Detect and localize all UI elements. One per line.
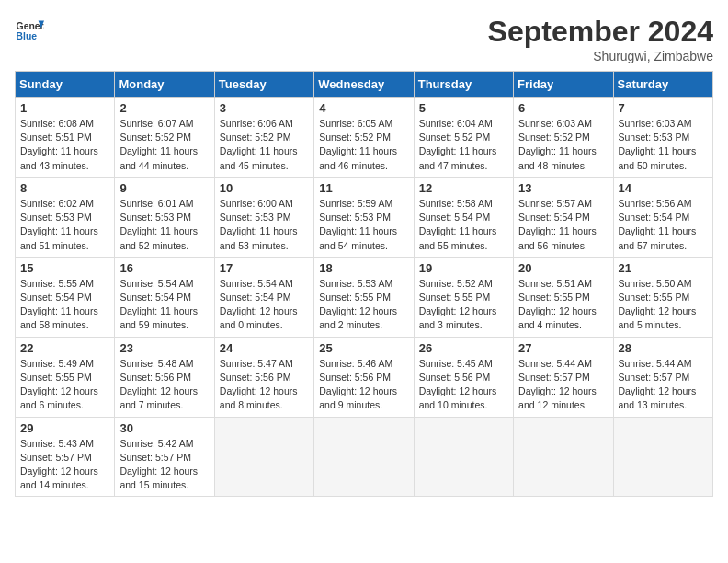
calendar-cell: 20Sunrise: 5:51 AMSunset: 5:55 PMDayligh… (514, 257, 613, 337)
calendar-cell (314, 417, 414, 497)
calendar-cell: 24Sunrise: 5:47 AMSunset: 5:56 PMDayligh… (214, 337, 313, 417)
month-title: September 2024 (488, 15, 713, 49)
day-number: 13 (518, 181, 608, 195)
calendar-week-2: 8Sunrise: 6:02 AMSunset: 5:53 PMDaylight… (16, 177, 713, 257)
column-header-wednesday: Wednesday (314, 72, 414, 98)
calendar-cell: 17Sunrise: 5:54 AMSunset: 5:54 PMDayligh… (214, 257, 313, 337)
day-number: 29 (20, 421, 109, 435)
day-info: Sunrise: 6:00 AMSunset: 5:53 PMDaylight:… (220, 197, 309, 253)
day-number: 20 (518, 261, 608, 275)
column-header-thursday: Thursday (414, 72, 513, 98)
day-number: 15 (20, 261, 109, 275)
day-info: Sunrise: 5:48 AMSunset: 5:56 PMDaylight:… (119, 357, 209, 413)
calendar-table: SundayMondayTuesdayWednesdayThursdayFrid… (15, 71, 713, 497)
column-header-friday: Friday (514, 72, 613, 98)
calendar-cell: 8Sunrise: 6:02 AMSunset: 5:53 PMDaylight… (16, 177, 115, 257)
logo: General Blue (15, 15, 44, 44)
day-info: Sunrise: 5:56 AMSunset: 5:54 PMDaylight:… (619, 197, 708, 253)
day-number: 17 (220, 261, 309, 275)
svg-text:Blue: Blue (17, 31, 38, 41)
day-info: Sunrise: 6:03 AMSunset: 5:52 PMDaylight:… (518, 117, 608, 173)
day-info: Sunrise: 5:47 AMSunset: 5:56 PMDaylight:… (220, 357, 309, 413)
day-number: 9 (119, 181, 209, 195)
day-number: 1 (20, 101, 109, 115)
day-number: 21 (619, 261, 708, 275)
day-number: 16 (119, 261, 209, 275)
calendar-cell: 27Sunrise: 5:44 AMSunset: 5:57 PMDayligh… (514, 337, 613, 417)
day-info: Sunrise: 6:07 AMSunset: 5:52 PMDaylight:… (119, 117, 209, 173)
calendar-cell: 26Sunrise: 5:45 AMSunset: 5:56 PMDayligh… (414, 337, 513, 417)
calendar-cell: 28Sunrise: 5:44 AMSunset: 5:57 PMDayligh… (613, 337, 712, 417)
column-header-saturday: Saturday (613, 72, 712, 98)
column-header-sunday: Sunday (16, 72, 115, 98)
calendar-week-3: 15Sunrise: 5:55 AMSunset: 5:54 PMDayligh… (16, 257, 713, 337)
calendar-cell: 6Sunrise: 6:03 AMSunset: 5:52 PMDaylight… (514, 98, 613, 178)
calendar-cell (514, 417, 613, 497)
calendar-cell: 21Sunrise: 5:50 AMSunset: 5:55 PMDayligh… (613, 257, 712, 337)
day-info: Sunrise: 5:52 AMSunset: 5:55 PMDaylight:… (419, 277, 508, 333)
day-number: 11 (319, 181, 408, 195)
calendar-cell: 2Sunrise: 6:07 AMSunset: 5:52 PMDaylight… (115, 98, 214, 178)
day-number: 22 (20, 341, 109, 355)
day-info: Sunrise: 5:58 AMSunset: 5:54 PMDaylight:… (419, 197, 508, 253)
day-number: 2 (119, 101, 209, 115)
day-info: Sunrise: 5:46 AMSunset: 5:56 PMDaylight:… (319, 357, 408, 413)
calendar-week-4: 22Sunrise: 5:49 AMSunset: 5:55 PMDayligh… (16, 337, 713, 417)
day-number: 18 (319, 261, 408, 275)
day-info: Sunrise: 5:44 AMSunset: 5:57 PMDaylight:… (619, 357, 708, 413)
day-number: 27 (518, 341, 608, 355)
calendar-header-row: SundayMondayTuesdayWednesdayThursdayFrid… (16, 72, 713, 98)
calendar-cell (613, 417, 712, 497)
day-number: 23 (119, 341, 209, 355)
calendar-cell: 30Sunrise: 5:42 AMSunset: 5:57 PMDayligh… (115, 417, 214, 497)
page-header: General Blue September 2024 Shurugwi, Zi… (15, 15, 713, 63)
day-number: 14 (619, 181, 708, 195)
calendar-body: 1Sunrise: 6:08 AMSunset: 5:51 PMDaylight… (16, 98, 713, 497)
calendar-cell: 12Sunrise: 5:58 AMSunset: 5:54 PMDayligh… (414, 177, 513, 257)
day-number: 5 (419, 101, 508, 115)
calendar-cell: 19Sunrise: 5:52 AMSunset: 5:55 PMDayligh… (414, 257, 513, 337)
day-info: Sunrise: 5:49 AMSunset: 5:55 PMDaylight:… (20, 357, 109, 413)
calendar-cell: 22Sunrise: 5:49 AMSunset: 5:55 PMDayligh… (16, 337, 115, 417)
calendar-cell: 9Sunrise: 6:01 AMSunset: 5:53 PMDaylight… (115, 177, 214, 257)
calendar-cell (414, 417, 513, 497)
location-subtitle: Shurugwi, Zimbabwe (488, 49, 713, 63)
day-number: 3 (220, 101, 309, 115)
day-info: Sunrise: 5:42 AMSunset: 5:57 PMDaylight:… (119, 437, 209, 493)
day-number: 25 (319, 341, 408, 355)
day-info: Sunrise: 6:02 AMSunset: 5:53 PMDaylight:… (20, 197, 109, 253)
day-number: 6 (518, 101, 608, 115)
calendar-cell: 15Sunrise: 5:55 AMSunset: 5:54 PMDayligh… (16, 257, 115, 337)
day-info: Sunrise: 6:05 AMSunset: 5:52 PMDaylight:… (319, 117, 408, 173)
day-info: Sunrise: 5:57 AMSunset: 5:54 PMDaylight:… (518, 197, 608, 253)
logo-icon: General Blue (15, 15, 44, 44)
day-number: 7 (619, 101, 708, 115)
calendar-week-5: 29Sunrise: 5:43 AMSunset: 5:57 PMDayligh… (16, 417, 713, 497)
calendar-cell: 7Sunrise: 6:03 AMSunset: 5:53 PMDaylight… (613, 98, 712, 178)
calendar-cell: 18Sunrise: 5:53 AMSunset: 5:55 PMDayligh… (314, 257, 414, 337)
day-info: Sunrise: 6:01 AMSunset: 5:53 PMDaylight:… (119, 197, 209, 253)
day-info: Sunrise: 5:50 AMSunset: 5:55 PMDaylight:… (619, 277, 708, 333)
calendar-cell: 14Sunrise: 5:56 AMSunset: 5:54 PMDayligh… (613, 177, 712, 257)
day-number: 24 (220, 341, 309, 355)
day-info: Sunrise: 5:55 AMSunset: 5:54 PMDaylight:… (20, 277, 109, 333)
day-info: Sunrise: 5:44 AMSunset: 5:57 PMDaylight:… (518, 357, 608, 413)
day-info: Sunrise: 5:51 AMSunset: 5:55 PMDaylight:… (518, 277, 608, 333)
day-info: Sunrise: 6:06 AMSunset: 5:52 PMDaylight:… (220, 117, 309, 173)
day-info: Sunrise: 6:03 AMSunset: 5:53 PMDaylight:… (619, 117, 708, 173)
day-number: 19 (419, 261, 508, 275)
calendar-week-1: 1Sunrise: 6:08 AMSunset: 5:51 PMDaylight… (16, 98, 713, 178)
day-info: Sunrise: 5:54 AMSunset: 5:54 PMDaylight:… (220, 277, 309, 333)
column-header-monday: Monday (115, 72, 214, 98)
calendar-cell (214, 417, 313, 497)
day-number: 10 (220, 181, 309, 195)
calendar-cell: 3Sunrise: 6:06 AMSunset: 5:52 PMDaylight… (214, 98, 313, 178)
calendar-cell: 4Sunrise: 6:05 AMSunset: 5:52 PMDaylight… (314, 98, 414, 178)
calendar-cell: 25Sunrise: 5:46 AMSunset: 5:56 PMDayligh… (314, 337, 414, 417)
calendar-cell: 1Sunrise: 6:08 AMSunset: 5:51 PMDaylight… (16, 98, 115, 178)
calendar-cell: 10Sunrise: 6:00 AMSunset: 5:53 PMDayligh… (214, 177, 313, 257)
day-number: 26 (419, 341, 508, 355)
day-info: Sunrise: 5:59 AMSunset: 5:53 PMDaylight:… (319, 197, 408, 253)
day-number: 30 (119, 421, 209, 435)
day-info: Sunrise: 6:04 AMSunset: 5:52 PMDaylight:… (419, 117, 508, 173)
